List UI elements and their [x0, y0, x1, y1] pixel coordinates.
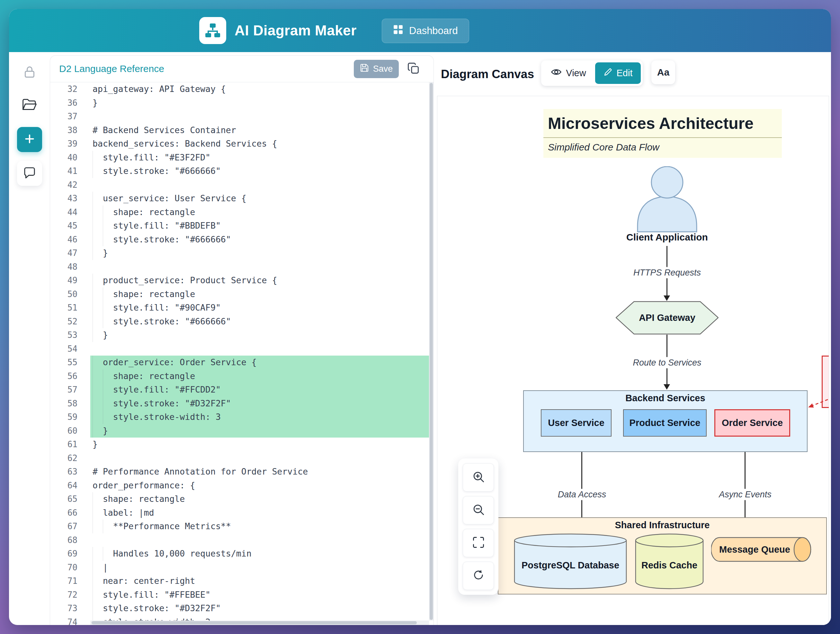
client-application-label: Client Application	[616, 232, 718, 243]
files-button[interactable]	[22, 98, 37, 113]
line-number: 55	[50, 356, 90, 369]
edge-label-route: Route to Services	[630, 357, 704, 368]
code-line[interactable]: 60 }	[50, 424, 429, 438]
vertical-scroll-thumb[interactable]	[429, 83, 433, 620]
save-button[interactable]: Save	[354, 60, 399, 78]
code-line[interactable]: 62	[50, 451, 429, 465]
code-line[interactable]: 73 style.stroke: "#D32F2F"	[50, 602, 429, 615]
code-line[interactable]: 66 label: |md	[50, 506, 429, 520]
code-line[interactable]: 42	[50, 178, 429, 192]
code-line[interactable]: 59 style.stroke-width: 3	[50, 410, 429, 424]
code-line[interactable]: 50 shape: rectangle	[50, 288, 429, 301]
font-settings-button[interactable]: Aa	[651, 60, 675, 84]
code-line[interactable]: 63# Performance Annotation for Order Ser…	[50, 465, 429, 479]
code-line[interactable]: 69 Handles 10,000 requests/min	[50, 547, 429, 561]
code-line[interactable]: 61}	[50, 438, 429, 451]
fit-screen-button[interactable]	[463, 529, 494, 557]
code-line[interactable]: 53 }	[50, 328, 429, 342]
code-line[interactable]: 72 style.fill: "#FFEBEE"	[50, 588, 429, 602]
code-text: style.stroke: "#666666"	[90, 233, 429, 247]
refresh-button[interactable]	[463, 562, 494, 590]
editor-header: D2 Language Reference Save	[50, 55, 434, 82]
zoom-in-button[interactable]	[463, 463, 494, 492]
code-line[interactable]: 71 near: center-right	[50, 574, 429, 588]
code-line[interactable]: 45 style.fill: "#BBDEFB"	[50, 219, 429, 233]
code-line[interactable]: 43 user_service: User Service {	[50, 191, 429, 206]
zoom-controls	[458, 459, 498, 595]
code-text: style.fill: "#90CAF9"	[90, 301, 429, 315]
code-line[interactable]: 39backend_services: Backend Services {	[50, 137, 429, 151]
line-number: 43	[50, 191, 90, 206]
code-line[interactable]: 68	[50, 533, 429, 547]
line-number: 65	[50, 492, 90, 506]
code-line[interactable]: 58 style.stroke: "#D32F2F"	[50, 397, 429, 411]
code-line[interactable]: 36}	[50, 96, 429, 110]
dashboard-grid-icon	[393, 24, 403, 37]
code-line[interactable]: 56 shape: rectangle	[50, 369, 429, 383]
left-rail	[9, 52, 50, 625]
code-lines: 32api_gateway: API Gateway {36}3738# Bac…	[50, 82, 429, 625]
shared-infrastructure-label: Shared Infrastructure	[498, 520, 826, 530]
code-text: style.fill: "#E3F2FD"	[90, 151, 429, 164]
code-line[interactable]: 52 style.stroke: "#666666"	[50, 315, 429, 329]
editor-horizontal-scrollbar[interactable]	[90, 620, 429, 625]
horizontal-scroll-thumb[interactable]	[92, 621, 417, 625]
code-text: shape: rectangle	[90, 369, 429, 383]
line-number: 63	[50, 465, 90, 479]
lock-icon	[22, 65, 36, 81]
code-line[interactable]: 67 **Performance Metrics**	[50, 520, 429, 533]
code-text: |	[90, 561, 429, 574]
code-line[interactable]: 51 style.fill: "#90CAF9"	[50, 301, 429, 315]
copy-icon	[407, 62, 419, 75]
line-number: 70	[50, 561, 90, 574]
code-line[interactable]: 37	[50, 110, 429, 123]
code-line[interactable]: 46 style.stroke: "#666666"	[50, 233, 429, 247]
dashboard-button[interactable]: Dashboard	[382, 19, 469, 43]
code-text: # Performance Annotation for Order Servi…	[90, 465, 429, 479]
code-text: **Performance Metrics**	[90, 520, 429, 533]
code-line[interactable]: 38# Backend Services Container	[50, 123, 429, 137]
line-number: 72	[50, 588, 90, 602]
diagram-canvas-panel: Diagram Canvas View Edit	[434, 52, 831, 625]
edge-label-data-access: Data Access	[555, 489, 609, 500]
edge-label-async-events: Async Events	[716, 489, 775, 500]
code-line[interactable]: 40 style.fill: "#E3F2FD"	[50, 151, 429, 164]
line-number: 50	[50, 288, 90, 301]
code-line[interactable]: 57 style.fill: "#FFCDD2"	[50, 383, 429, 397]
code-line[interactable]: 70 |	[50, 561, 429, 574]
line-number: 62	[50, 451, 90, 465]
chat-button[interactable]	[17, 161, 42, 186]
code-line[interactable]: 41 style.stroke: "#666666"	[50, 164, 429, 178]
api-gateway-label: API Gateway	[616, 301, 718, 335]
line-number: 46	[50, 233, 90, 247]
line-number: 67	[50, 520, 90, 533]
postgresql-label: PostgreSQL Database	[514, 533, 627, 589]
add-diagram-button[interactable]	[17, 127, 42, 152]
zoom-out-button[interactable]	[463, 496, 494, 524]
code-text: }	[90, 246, 429, 260]
code-text: shape: rectangle	[90, 492, 429, 506]
view-button[interactable]: View	[543, 62, 594, 84]
editor-vertical-scrollbar[interactable]	[429, 82, 434, 620]
backend-services-label: Backend Services	[524, 393, 807, 403]
app-window: AI Diagram Maker Dashboard	[9, 9, 831, 625]
line-number: 52	[50, 315, 90, 329]
code-line[interactable]: 44 shape: rectangle	[50, 206, 429, 219]
chat-icon	[23, 166, 36, 181]
code-line[interactable]: 47 }	[50, 246, 429, 260]
code-area[interactable]: 32api_gateway: API Gateway {36}3738# Bac…	[50, 82, 429, 625]
edit-button[interactable]: Edit	[595, 62, 641, 84]
code-line[interactable]: 55 order_service: Order Service {	[50, 356, 429, 369]
order-service-node: Order Service	[714, 409, 790, 436]
diagram-canvas[interactable]: Microservices Architecture Simplified Co…	[437, 96, 829, 625]
copy-code-button[interactable]	[406, 61, 421, 76]
code-line[interactable]: 32api_gateway: API Gateway {	[50, 82, 429, 96]
lock-button[interactable]	[22, 65, 36, 81]
code-line[interactable]: 64order_performance: {	[50, 479, 429, 493]
code-line[interactable]: 48	[50, 260, 429, 274]
diagram-logo-icon	[199, 17, 226, 44]
edit-label: Edit	[617, 68, 633, 79]
code-line[interactable]: 65 shape: rectangle	[50, 492, 429, 506]
code-line[interactable]: 54	[50, 342, 429, 356]
code-line[interactable]: 49 product_service: Product Service {	[50, 274, 429, 288]
